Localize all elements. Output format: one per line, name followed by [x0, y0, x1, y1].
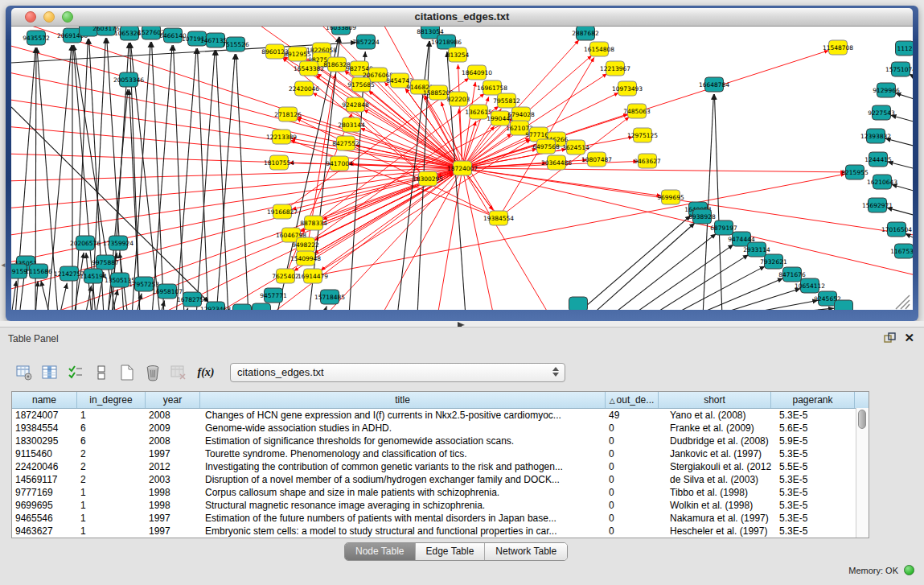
table-cell: 5.3E-5 — [771, 512, 855, 525]
table-row[interactable]: 2242004622012Investigating the contribut… — [12, 460, 869, 473]
table-row[interactable]: 1938455462009Genome-wide association stu… — [12, 422, 869, 435]
table-cell: Hescheler et al. (1997) — [659, 525, 771, 538]
graph-node-label: 17957253 — [129, 281, 159, 288]
table-cell: 6 — [77, 435, 146, 447]
table-cell: 0 — [606, 499, 659, 512]
close-panel-icon[interactable]: ✕ — [904, 331, 914, 345]
graph-edge — [184, 308, 188, 310]
canvas-resize-grip-icon[interactable] — [896, 295, 910, 309]
graph-node-label: 2803144 — [338, 122, 365, 129]
table-cell: Nakamura et al. (1997) — [659, 512, 771, 525]
graph-node-label: 1145194 — [80, 273, 107, 280]
table-cell: 5.5E-5 — [771, 460, 855, 473]
memory-status-indicator[interactable] — [904, 565, 914, 575]
table-cell: 22420046 — [12, 460, 77, 473]
graph-node-label: 8813054 — [417, 28, 444, 35]
graph-node-label: 6497568 — [532, 143, 560, 150]
graph-node-label: 7932621 — [760, 258, 787, 266]
minimize-window-button[interactable] — [43, 11, 55, 23]
table-row[interactable]: 1456911722003Disruption of a novel membe… — [12, 473, 869, 486]
column-header-title[interactable]: title — [200, 392, 606, 408]
table-row[interactable]: 911546021997Tourette syndrome. Phenomeno… — [12, 447, 869, 460]
graph-node-label: 7857224 — [352, 39, 380, 46]
column-header-name[interactable]: name — [12, 392, 77, 408]
memory-status-label: Memory: OK — [848, 566, 898, 575]
table-cell: 5.3E-5 — [771, 447, 855, 460]
graph-node-label: 15751074 — [885, 66, 913, 73]
table-cell: 18724007 — [12, 409, 77, 422]
column-header-out_de[interactable]: △out_de... — [606, 392, 659, 408]
row-mode-icon[interactable] — [92, 363, 111, 382]
column-header-year[interactable]: year — [146, 392, 200, 408]
table-cell: 5.6E-5 — [771, 422, 855, 435]
node-table: namein_degreeyeartitle△out_de...shortpag… — [11, 391, 869, 538]
function-builder-icon[interactable]: f(x) — [195, 366, 217, 379]
table-toolbar: f(x) citations_edges.txt — [14, 361, 565, 384]
graph-node-label: 19166827 — [267, 208, 298, 216]
table-cell: Jankovic et al. (1997) — [659, 447, 771, 460]
table-options-icon[interactable] — [14, 363, 34, 382]
table-row[interactable]: 1872400712008Changes of HCN gene express… — [12, 409, 869, 422]
vertical-scrollbar[interactable] — [856, 408, 869, 538]
graph-node[interactable] — [233, 304, 252, 310]
graph-node-label: 12923468 — [200, 306, 231, 311]
close-window-button[interactable] — [25, 11, 36, 23]
graph-node-label: 16914479 — [298, 273, 328, 280]
graph-node-label: 16154808 — [584, 46, 614, 53]
graph-edge — [216, 54, 235, 310]
graph-node-label: 8427552 — [332, 140, 359, 147]
graph-edge — [892, 184, 913, 192]
column-header-in_degree[interactable]: in_degree — [77, 392, 146, 408]
table-row[interactable]: 1830029562008Estimation of significance … — [12, 435, 869, 447]
graph-node-label: 16958107 — [152, 288, 183, 295]
network-window: citations_edges.txt 18724007183002951938… — [6, 6, 918, 321]
table-cell: 2003 — [146, 473, 200, 486]
graph-node-label: 12975125 — [627, 132, 658, 139]
table-row[interactable]: 946554611997Estimation of the future num… — [12, 512, 869, 525]
graph-node-label: 19384554 — [483, 215, 514, 222]
table-cell: 9463627 — [12, 525, 77, 538]
trash-icon[interactable] — [143, 363, 162, 382]
table-cell: 0 — [606, 512, 659, 525]
graph-node-label: 9498222 — [292, 241, 319, 249]
column-header-pagerank[interactable]: pagerank — [771, 392, 855, 408]
table-row[interactable]: 969969511998Structural magnetic resonanc… — [12, 499, 869, 512]
show-columns-icon[interactable] — [40, 363, 60, 382]
network-canvas[interactable]: 1872400718300295193845549435572206914062… — [11, 27, 913, 310]
graph-node-label: 10807487 — [581, 156, 612, 163]
graph-node[interactable] — [569, 297, 588, 310]
window-title: citations_edges.txt — [11, 8, 913, 26]
table-cell: Dudbridge et al. (2008) — [659, 435, 771, 447]
graph-edge — [751, 308, 834, 310]
table-cell: Estimation of the future numbers of pati… — [200, 512, 606, 525]
table-row[interactable]: 946362711997Embryonic stem cells: a mode… — [12, 525, 869, 538]
graph-node-label: 20364486 — [541, 159, 572, 167]
graph-edge — [693, 278, 783, 310]
float-window-icon[interactable] — [884, 332, 897, 344]
table-selector[interactable]: citations_edges.txt — [230, 363, 565, 382]
graph-node-label: 16210643 — [867, 179, 897, 186]
graph-node-label: 8215955 — [841, 169, 869, 176]
tab-edge-table[interactable]: Edge Table — [416, 543, 486, 560]
table-cell: 1 — [77, 525, 146, 538]
tab-node-table[interactable]: Node Table — [345, 543, 416, 560]
column-header-short[interactable]: short — [659, 392, 771, 408]
column-checklist-icon[interactable] — [66, 363, 85, 382]
table-row[interactable]: 977716911998Corpus callosum shape and si… — [12, 486, 869, 499]
create-column-icon[interactable] — [117, 363, 137, 382]
scrollbar-thumb[interactable] — [858, 410, 866, 429]
table-cell: Tibbo et al. (1998) — [659, 486, 771, 499]
tab-network-table[interactable]: Network Table — [485, 543, 567, 560]
graph-node-label: 9129966 — [873, 87, 900, 94]
table-cell: Franke et al. (2009) — [659, 422, 771, 435]
graph-node-label: 9474444 — [728, 236, 755, 243]
graph-edge — [714, 94, 722, 310]
window-titlebar[interactable]: citations_edges.txt — [11, 8, 913, 27]
graph-node-label: 2718126 — [274, 111, 302, 118]
graph-node[interactable] — [835, 300, 853, 310]
table-panel-title: Table Panel — [8, 333, 59, 344]
graph-node[interactable] — [253, 303, 271, 310]
panel-collapse-icon[interactable]: ◄ — [0, 262, 6, 269]
zoom-window-button[interactable] — [62, 11, 73, 23]
graph-node-label: 2887682 — [572, 30, 599, 37]
